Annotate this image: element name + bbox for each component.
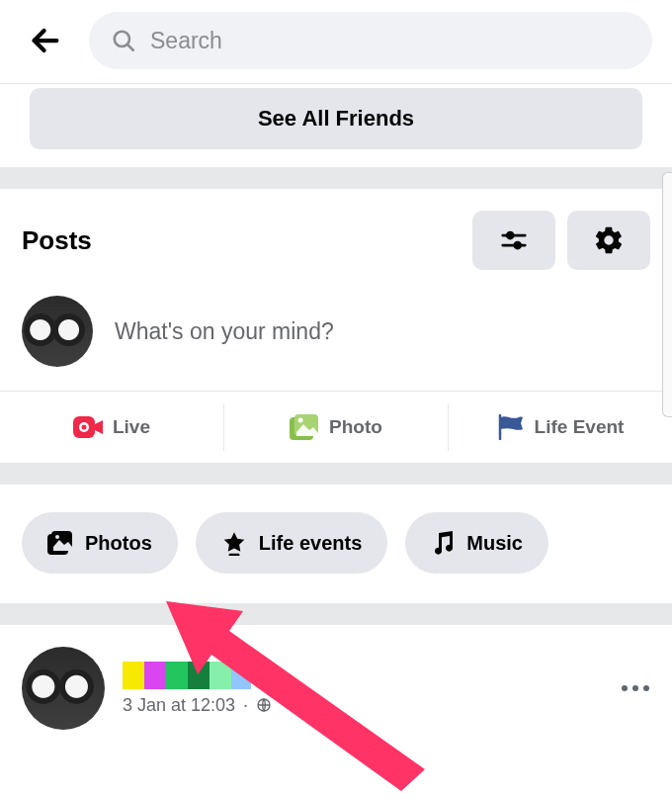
settings-button[interactable] bbox=[567, 211, 650, 270]
globe-icon bbox=[256, 697, 272, 713]
svg-rect-16 bbox=[228, 554, 239, 556]
ellipsis-icon bbox=[621, 683, 650, 693]
post-item[interactable]: 3 Jan at 12:03 · bbox=[0, 625, 672, 730]
search-placeholder: Search bbox=[150, 28, 222, 54]
life-event-label: Life Event bbox=[535, 416, 625, 438]
svg-point-20 bbox=[643, 685, 649, 691]
see-all-friends-wrap: See All Friends bbox=[0, 84, 672, 167]
arrow-left-icon bbox=[29, 24, 62, 57]
svg-point-15 bbox=[55, 535, 59, 539]
svg-point-4 bbox=[507, 232, 513, 238]
quick-actions: Live Photo Life Event bbox=[0, 392, 672, 463]
filters-button[interactable] bbox=[472, 211, 555, 270]
section-gap bbox=[0, 463, 672, 485]
post-meta: 3 Jan at 12:03 · bbox=[123, 695, 603, 716]
svg-point-19 bbox=[632, 685, 638, 691]
post-main: 3 Jan at 12:03 · bbox=[123, 662, 603, 716]
star-icon bbox=[221, 530, 247, 556]
music-icon bbox=[431, 530, 455, 556]
posts-header: Posts bbox=[0, 189, 672, 282]
scroll-indicator[interactable] bbox=[662, 172, 672, 417]
gear-icon bbox=[593, 224, 625, 256]
section-gap bbox=[0, 603, 672, 625]
posts-section: Posts What's on your mind? Live Photo Li… bbox=[0, 189, 672, 463]
live-label: Live bbox=[113, 416, 150, 438]
live-button[interactable]: Live bbox=[0, 392, 223, 463]
search-input[interactable]: Search bbox=[89, 12, 652, 69]
avatar[interactable] bbox=[22, 296, 93, 367]
svg-point-18 bbox=[622, 685, 628, 691]
avatar[interactable] bbox=[22, 647, 105, 730]
photo-icon bbox=[290, 414, 319, 440]
compose-placeholder: What's on your mind? bbox=[115, 318, 334, 345]
svg-point-6 bbox=[515, 242, 521, 248]
see-all-friends-button[interactable]: See All Friends bbox=[30, 88, 642, 149]
compose-row[interactable]: What's on your mind? bbox=[0, 282, 672, 391]
pill-life-events-label: Life events bbox=[259, 532, 362, 555]
live-icon bbox=[73, 416, 103, 438]
pill-music[interactable]: Music bbox=[405, 512, 548, 574]
photo-label: Photo bbox=[329, 416, 382, 438]
search-icon bbox=[111, 28, 136, 53]
profile-pills: Photos Life events Music bbox=[0, 485, 672, 603]
flag-icon bbox=[497, 414, 525, 440]
sliders-icon bbox=[499, 225, 529, 255]
photo-button[interactable]: Photo bbox=[224, 392, 448, 463]
section-gap bbox=[0, 167, 672, 189]
posts-title: Posts bbox=[22, 225, 461, 256]
svg-point-9 bbox=[81, 425, 86, 430]
pill-music-label: Music bbox=[466, 532, 523, 555]
header: Search bbox=[0, 0, 672, 83]
pill-photos[interactable]: Photos bbox=[22, 512, 178, 574]
pill-life-events[interactable]: Life events bbox=[196, 512, 387, 574]
life-event-button[interactable]: Life Event bbox=[449, 392, 672, 463]
meta-separator: · bbox=[243, 695, 248, 716]
svg-point-12 bbox=[298, 418, 303, 423]
post-timestamp: 3 Jan at 12:03 bbox=[123, 695, 235, 716]
photos-icon bbox=[47, 531, 73, 555]
post-more-button[interactable] bbox=[621, 679, 650, 697]
pill-photos-label: Photos bbox=[85, 532, 152, 555]
svg-line-2 bbox=[127, 44, 133, 50]
post-author-redacted bbox=[123, 662, 251, 689]
back-button[interactable] bbox=[26, 21, 65, 60]
